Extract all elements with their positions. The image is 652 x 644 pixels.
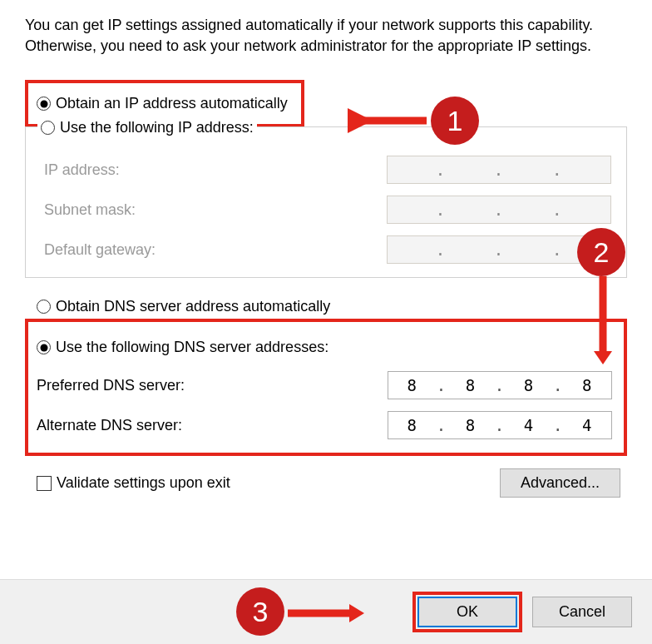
intro-text: You can get IP settings assigned automat… bbox=[25, 15, 627, 57]
radio-icon bbox=[37, 340, 51, 354]
annotation-box-2: Use the following DNS server addresses: … bbox=[25, 319, 627, 456]
annotation-box-3: OK bbox=[412, 592, 522, 632]
use-following-dns-label: Use the following DNS server addresses: bbox=[56, 339, 328, 356]
arrow-icon bbox=[348, 107, 429, 135]
subnet-mask-input: ... bbox=[387, 196, 611, 224]
ip-manual-group: Use the following IP address: IP address… bbox=[25, 126, 627, 278]
annotation-badge-1: 1 bbox=[431, 97, 479, 145]
obtain-dns-auto-label: Obtain DNS server address automatically bbox=[56, 298, 330, 315]
annotation-badge-2: 2 bbox=[577, 228, 625, 276]
arrow-icon bbox=[286, 599, 366, 627]
obtain-ip-auto-radio[interactable]: Obtain an IP address automatically bbox=[37, 95, 288, 112]
advanced-button[interactable]: Advanced... bbox=[500, 468, 620, 498]
radio-icon bbox=[37, 300, 51, 314]
use-following-ip-label: Use the following IP address: bbox=[60, 119, 254, 136]
ip-address-label: IP address: bbox=[44, 161, 387, 179]
subnet-mask-label: Subnet mask: bbox=[44, 201, 387, 219]
preferred-dns-input[interactable]: 8. 8. 8. 8 bbox=[388, 371, 612, 399]
alternate-dns-label: Alternate DNS server: bbox=[37, 417, 388, 434]
arrow-icon bbox=[589, 275, 617, 366]
cancel-button[interactable]: Cancel bbox=[532, 597, 632, 627]
checkbox-icon bbox=[37, 476, 52, 491]
obtain-dns-auto-radio[interactable]: Obtain DNS server address automatically bbox=[37, 298, 627, 315]
radio-icon bbox=[41, 121, 55, 135]
use-following-dns-radio[interactable]: Use the following DNS server addresses: bbox=[37, 339, 328, 356]
default-gateway-label: Default gateway: bbox=[44, 241, 387, 259]
alternate-dns-input[interactable]: 8. 8. 4. 4 bbox=[388, 411, 612, 439]
preferred-dns-label: Preferred DNS server: bbox=[37, 377, 388, 394]
ok-button[interactable]: OK bbox=[417, 597, 517, 627]
radio-icon bbox=[37, 97, 51, 111]
obtain-ip-auto-label: Obtain an IP address automatically bbox=[56, 95, 288, 112]
annotation-badge-3: 3 bbox=[236, 587, 284, 636]
validate-label: Validate settings upon exit bbox=[57, 474, 230, 492]
ip-address-input: ... bbox=[387, 156, 611, 184]
use-following-ip-radio[interactable]: Use the following IP address: bbox=[41, 119, 254, 136]
